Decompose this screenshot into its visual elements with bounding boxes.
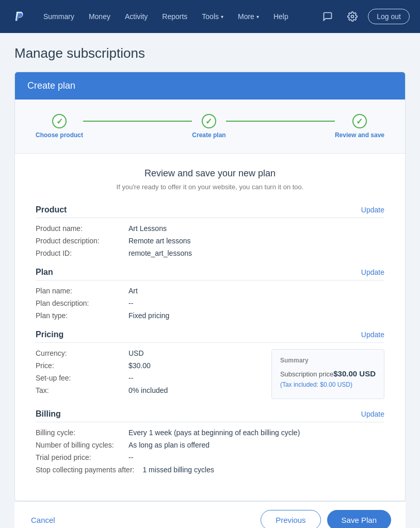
price-row: Price: $30.00 bbox=[36, 361, 261, 370]
billing-cycle-label: Billing cycle: bbox=[36, 428, 128, 437]
summary-title: Summary bbox=[280, 357, 376, 364]
navbar: Summary Money Activity Reports Tools ▾ M… bbox=[0, 0, 420, 33]
step-line-2 bbox=[226, 121, 335, 122]
step-create-plan: ✓ Create plan bbox=[192, 114, 225, 139]
product-update-link[interactable]: Update bbox=[361, 206, 384, 214]
plan-update-link[interactable]: Update bbox=[361, 268, 384, 276]
stop-collecting-label: Stop collecting payments after: bbox=[36, 466, 142, 474]
step-line-1 bbox=[83, 121, 192, 122]
product-section: Product Update Product name: Art Lessons… bbox=[36, 205, 384, 257]
product-id-row: Product ID: remote_art_lessons bbox=[36, 249, 384, 257]
stop-collecting-value: 1 missed billing cycles bbox=[142, 466, 214, 474]
checkmark-icon-3: ✓ bbox=[356, 117, 363, 126]
product-section-header: Product Update bbox=[36, 205, 384, 218]
product-section-title: Product bbox=[36, 205, 67, 214]
tools-chevron-icon: ▾ bbox=[221, 14, 223, 20]
tax-label: Tax: bbox=[36, 386, 128, 394]
product-description-value: Remote art lessons bbox=[128, 237, 191, 245]
nav-activity[interactable]: Activity bbox=[119, 8, 154, 25]
step-label-choose-product: Choose product bbox=[36, 131, 83, 139]
nav-reports[interactable]: Reports bbox=[156, 8, 193, 25]
billing-update-link[interactable]: Update bbox=[361, 410, 384, 418]
summary-subscription-label: Subscription price bbox=[280, 370, 333, 378]
price-value: $30.00 bbox=[128, 361, 151, 370]
nav-money[interactable]: Money bbox=[83, 8, 117, 25]
nav-tools[interactable]: Tools ▾ bbox=[196, 8, 230, 25]
num-billing-cycles-value: As long as plan is offered bbox=[128, 441, 209, 449]
plan-description-value: -- bbox=[128, 299, 133, 307]
settings-icon-button[interactable] bbox=[343, 7, 362, 26]
plan-section-title: Plan bbox=[36, 268, 53, 277]
plan-name-value: Art bbox=[128, 287, 138, 295]
stepper: ✓ Choose product ✓ Create plan ✓ Review … bbox=[15, 100, 405, 154]
step-label-review-and-save: Review and save bbox=[335, 131, 384, 139]
summary-tax-label: (Tax included: $0.00 USD) bbox=[280, 381, 352, 388]
checkmark-icon-2: ✓ bbox=[205, 117, 212, 126]
product-id-value: remote_art_lessons bbox=[128, 249, 192, 257]
trial-period-value: -- bbox=[128, 453, 133, 461]
price-label: Price: bbox=[36, 361, 128, 370]
plan-name-row: Plan name: Art bbox=[36, 287, 384, 295]
previous-button[interactable]: Previous bbox=[261, 510, 320, 528]
checkmark-icon: ✓ bbox=[56, 117, 63, 126]
step-circle-choose-product: ✓ bbox=[52, 114, 67, 128]
billing-section-title: Billing bbox=[36, 409, 61, 419]
nav-right: Log out bbox=[318, 7, 410, 26]
billing-section-header: Billing Update bbox=[36, 409, 384, 422]
num-billing-cycles-row: Number of billing cycles: As long as pla… bbox=[36, 441, 384, 449]
summary-subscription-price: $30.00 USD bbox=[333, 369, 376, 378]
setup-fee-value: -- bbox=[128, 374, 133, 382]
nav-more[interactable]: More ▾ bbox=[232, 8, 265, 25]
pricing-summary: Summary Subscription price $30.00 USD (T… bbox=[271, 349, 384, 399]
review-subtext: If you're ready to offer it on your webs… bbox=[36, 183, 384, 191]
main-card: Create plan ✓ Choose product ✓ Create pl… bbox=[14, 72, 406, 501]
num-billing-cycles-label: Number of billing cycles: bbox=[36, 441, 128, 449]
right-buttons: Previous Save Plan bbox=[261, 510, 391, 528]
review-content: Review and save your new plan If you're … bbox=[15, 154, 405, 501]
card-header-title: Create plan bbox=[27, 80, 75, 91]
product-id-label: Product ID: bbox=[36, 249, 128, 257]
pricing-section-title: Pricing bbox=[36, 330, 63, 339]
setup-fee-label: Set-up fee: bbox=[36, 374, 128, 382]
product-description-label: Product description: bbox=[36, 237, 128, 245]
svg-point-0 bbox=[351, 15, 354, 18]
save-plan-button[interactable]: Save Plan bbox=[327, 510, 391, 528]
step-choose-product: ✓ Choose product bbox=[36, 114, 83, 139]
product-name-label: Product name: bbox=[36, 224, 128, 233]
logout-button[interactable]: Log out bbox=[368, 9, 410, 24]
pricing-section: Pricing Update Currency: USD Price: $30.… bbox=[36, 330, 384, 399]
nav-summary[interactable]: Summary bbox=[37, 8, 80, 25]
summary-tax-row: (Tax included: $0.00 USD) bbox=[280, 381, 376, 388]
chat-icon-button[interactable] bbox=[318, 7, 337, 26]
nav-help[interactable]: Help bbox=[267, 8, 295, 25]
step-label-create-plan: Create plan bbox=[192, 131, 225, 139]
tax-value: 0% included bbox=[128, 386, 168, 394]
pricing-update-link[interactable]: Update bbox=[361, 331, 384, 339]
card-header: Create plan bbox=[15, 72, 405, 100]
plan-name-label: Plan name: bbox=[36, 287, 128, 295]
currency-label: Currency: bbox=[36, 349, 128, 357]
review-heading: Review and save your new plan bbox=[36, 168, 384, 179]
bottom-bar: Cancel Previous Save Plan bbox=[14, 501, 406, 528]
plan-type-row: Plan type: Fixed pricing bbox=[36, 311, 384, 320]
pricing-fields: Currency: USD Price: $30.00 Set-up fee: … bbox=[36, 349, 261, 399]
trial-period-label: Trial period price: bbox=[36, 453, 128, 461]
product-name-value: Art Lessons bbox=[128, 224, 167, 233]
currency-row: Currency: USD bbox=[36, 349, 261, 357]
page-title: Manage subscriptions bbox=[14, 45, 406, 61]
billing-section: Billing Update Billing cycle: Every 1 we… bbox=[36, 409, 384, 474]
plan-description-row: Plan description: -- bbox=[36, 299, 384, 307]
step-circle-create-plan: ✓ bbox=[202, 114, 216, 128]
stop-collecting-row: Stop collecting payments after: 1 missed… bbox=[36, 466, 384, 474]
step-review-and-save: ✓ Review and save bbox=[335, 114, 384, 139]
cancel-button[interactable]: Cancel bbox=[29, 512, 57, 528]
pricing-section-header: Pricing Update bbox=[36, 330, 384, 343]
tax-row: Tax: 0% included bbox=[36, 386, 261, 394]
product-description-row: Product description: Remote art lessons bbox=[36, 237, 384, 245]
trial-period-row: Trial period price: -- bbox=[36, 453, 384, 461]
page-wrapper: Manage subscriptions Create plan ✓ Choos… bbox=[0, 33, 420, 528]
billing-cycle-row: Billing cycle: Every 1 week (pays at beg… bbox=[36, 428, 384, 437]
plan-section-header: Plan Update bbox=[36, 268, 384, 280]
more-chevron-icon: ▾ bbox=[256, 14, 259, 20]
nav-links: Summary Money Activity Reports Tools ▾ M… bbox=[37, 8, 318, 25]
